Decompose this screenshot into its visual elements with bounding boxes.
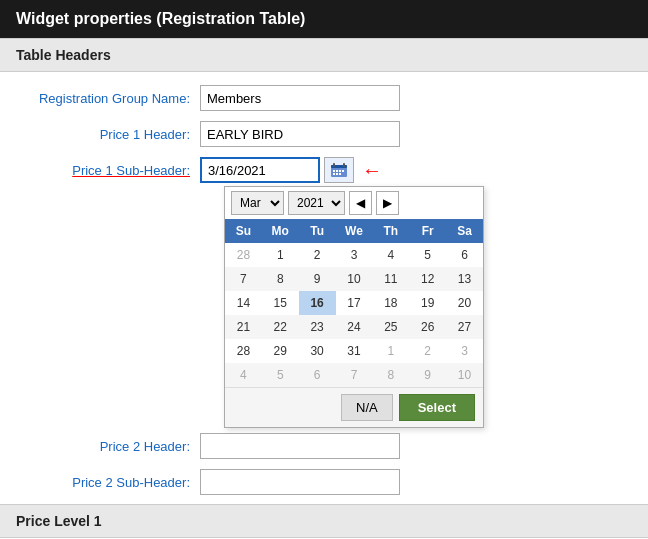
- cal-header-sa: Sa: [446, 219, 483, 243]
- calendar-day[interactable]: 30: [299, 339, 336, 363]
- registration-group-name-label: Registration Group Name:: [20, 91, 200, 106]
- calendar-day[interactable]: 4: [225, 363, 262, 387]
- calendar-icon-button[interactable]: [324, 157, 354, 183]
- calendar-popup-area: Jan Feb Mar Apr May Jun Jul Aug Sep Oct …: [204, 186, 648, 428]
- cal-header-fr: Fr: [409, 219, 446, 243]
- calendar-day[interactable]: 31: [336, 339, 373, 363]
- calendar-day[interactable]: 28: [225, 339, 262, 363]
- cal-header-we: We: [336, 219, 373, 243]
- calendar-day[interactable]: 28: [225, 243, 262, 267]
- calendar-day[interactable]: 8: [262, 267, 299, 291]
- calendar-day[interactable]: 3: [336, 243, 373, 267]
- calendar-day[interactable]: 21: [225, 315, 262, 339]
- calendar-day[interactable]: 7: [336, 363, 373, 387]
- price-level-1-section: Price Level 1 Price Category: Price 1: P…: [0, 504, 648, 539]
- calendar-day[interactable]: 12: [409, 267, 446, 291]
- calendar-day[interactable]: 4: [372, 243, 409, 267]
- cal-header-su: Su: [225, 219, 262, 243]
- calendar-day[interactable]: 24: [336, 315, 373, 339]
- svg-rect-9: [336, 173, 338, 175]
- year-select[interactable]: 2019 2020 2021 2022 2023: [288, 191, 345, 215]
- calendar-day[interactable]: 14: [225, 291, 262, 315]
- calendar-day[interactable]: 22: [262, 315, 299, 339]
- calendar-day[interactable]: 1: [372, 339, 409, 363]
- calendar-day[interactable]: 2: [409, 339, 446, 363]
- calendar-day[interactable]: 29: [262, 339, 299, 363]
- calendar-popup: Jan Feb Mar Apr May Jun Jul Aug Sep Oct …: [224, 186, 484, 428]
- svg-rect-4: [333, 170, 335, 172]
- calendar-day[interactable]: 18: [372, 291, 409, 315]
- calendar-day[interactable]: 6: [299, 363, 336, 387]
- table-headers-section-header: Table Headers: [0, 38, 648, 72]
- prev-month-button[interactable]: ◀: [349, 191, 372, 215]
- calendar-day[interactable]: 16: [299, 291, 336, 315]
- calendar-day[interactable]: 10: [336, 267, 373, 291]
- calendar-day[interactable]: 10: [446, 363, 483, 387]
- calendar-grid: Su Mo Tu We Th Fr Sa 2812345678910111213…: [225, 219, 483, 387]
- calendar-day[interactable]: 13: [446, 267, 483, 291]
- na-button[interactable]: N/A: [341, 394, 393, 421]
- registration-group-name-row: Registration Group Name:: [20, 80, 648, 116]
- price1-header-input[interactable]: [200, 121, 400, 147]
- calendar-day[interactable]: 20: [446, 291, 483, 315]
- svg-rect-8: [333, 173, 335, 175]
- cal-header-tu: Tu: [299, 219, 336, 243]
- price-level-1-header: Price Level 1: [0, 504, 648, 538]
- price1-subheader-input[interactable]: [200, 157, 320, 183]
- calendar-day[interactable]: 3: [446, 339, 483, 363]
- calendar-day[interactable]: 5: [262, 363, 299, 387]
- svg-rect-10: [339, 173, 341, 175]
- svg-rect-7: [342, 170, 344, 172]
- calendar-day[interactable]: 8: [372, 363, 409, 387]
- cal-header-mo: Mo: [262, 219, 299, 243]
- price1-header-label: Price 1 Header:: [20, 127, 200, 142]
- calendar-day[interactable]: 25: [372, 315, 409, 339]
- calendar-day[interactable]: 11: [372, 267, 409, 291]
- price1-subheader-label: Price 1 Sub-Header:: [20, 163, 200, 178]
- calendar-day[interactable]: 23: [299, 315, 336, 339]
- calendar-day[interactable]: 26: [409, 315, 446, 339]
- calendar-day[interactable]: 15: [262, 291, 299, 315]
- price1-header-row: Price 1 Header:: [20, 116, 648, 152]
- calendar-day[interactable]: 9: [299, 267, 336, 291]
- svg-rect-5: [336, 170, 338, 172]
- calendar-day[interactable]: 5: [409, 243, 446, 267]
- price2-subheader-input[interactable]: [200, 469, 400, 495]
- month-select[interactable]: Jan Feb Mar Apr May Jun Jul Aug Sep Oct …: [231, 191, 284, 215]
- svg-rect-3: [343, 163, 345, 167]
- calendar-day[interactable]: 27: [446, 315, 483, 339]
- price2-subheader-row: Price 2 Sub-Header:: [20, 464, 648, 500]
- price2-header-input[interactable]: [200, 433, 400, 459]
- next-month-button[interactable]: ▶: [376, 191, 399, 215]
- price2-header-label: Price 2 Header:: [20, 439, 200, 454]
- calendar-day[interactable]: 2: [299, 243, 336, 267]
- calendar-day[interactable]: 9: [409, 363, 446, 387]
- red-arrow-indicator: ←: [362, 159, 382, 182]
- select-button[interactable]: Select: [399, 394, 475, 421]
- calendar-day[interactable]: 6: [446, 243, 483, 267]
- price2-subheader-label: Price 2 Sub-Header:: [20, 475, 200, 490]
- calendar-footer: N/A Select: [225, 387, 483, 427]
- calendar-navigation: Jan Feb Mar Apr May Jun Jul Aug Sep Oct …: [225, 187, 483, 219]
- calendar-day[interactable]: 19: [409, 291, 446, 315]
- title-bar: Widget properties (Registration Table): [0, 0, 648, 38]
- calendar-day[interactable]: 1: [262, 243, 299, 267]
- calendar-icon: [331, 163, 347, 177]
- svg-rect-6: [339, 170, 341, 172]
- cal-header-th: Th: [372, 219, 409, 243]
- price2-header-row: Price 2 Header:: [20, 428, 648, 464]
- calendar-day[interactable]: 17: [336, 291, 373, 315]
- registration-group-name-input[interactable]: [200, 85, 400, 111]
- price1-subheader-row: Price 1 Sub-Header: ←: [20, 152, 648, 188]
- page-title: Widget properties (Registration Table): [16, 10, 305, 27]
- calendar-day[interactable]: 7: [225, 267, 262, 291]
- svg-rect-2: [333, 163, 335, 167]
